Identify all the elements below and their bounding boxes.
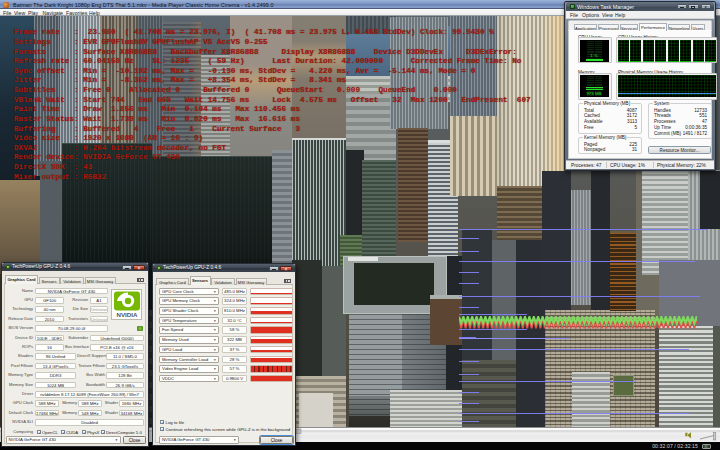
svg-text:NVIDIA: NVIDIA <box>117 311 139 318</box>
